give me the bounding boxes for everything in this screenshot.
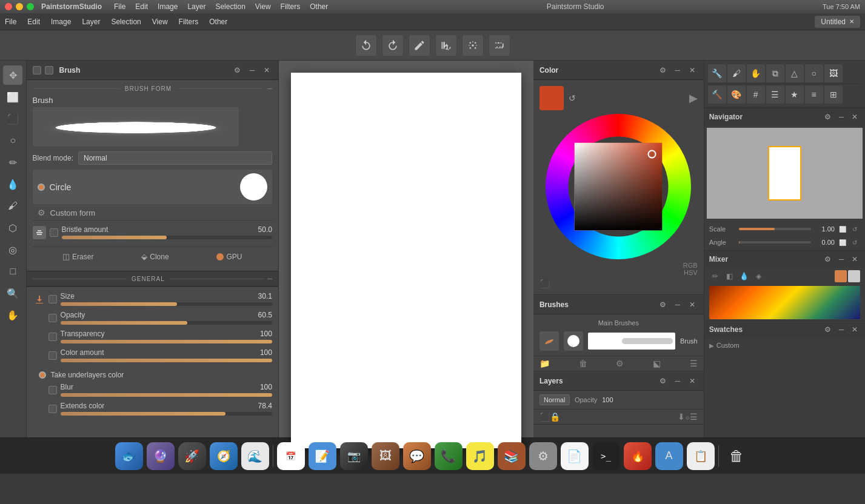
underlayer-radio[interactable] [39,371,46,379]
far-tool-hammer[interactable]: 🔨 [708,85,726,104]
tool-brush[interactable]: ✏ [3,153,22,172]
dock-reminders[interactable]: 📷 [340,442,368,470]
far-tool-image[interactable]: 🖼 [824,64,843,82]
brush-copy-icon[interactable]: ⬕ [653,359,661,368]
tool-eraser[interactable]: □ [3,262,22,281]
dock-texteditor[interactable]: 📋 [687,442,715,470]
layer-merge-icon[interactable]: ⬦ [685,412,690,422]
layer-blend-select[interactable]: Normal [539,394,570,405]
brush-delete-icon[interactable]: 🗑 [579,359,587,368]
brush-form-collapse[interactable]: ─ [267,85,272,92]
brush-item-1[interactable] [539,331,559,351]
titlebar-menus[interactable]: File Edit Image Layer Selection View Fil… [114,2,328,11]
flip-horizontal-button[interactable] [435,35,457,56]
menu-edit[interactable]: Edit [135,2,148,11]
layer-delete-icon[interactable]: ☰ [690,412,698,422]
menu-image-main[interactable]: Image [51,18,71,26]
bristle-checkbox[interactable] [50,228,58,237]
layer-new-icon[interactable]: ⬛ [539,412,550,422]
dock-siri[interactable]: 🔮 [147,442,175,470]
canvas-area[interactable] [279,61,533,437]
tool-eyedropper[interactable]: 💧 [3,174,22,194]
mixer-canvas[interactable] [709,286,860,319]
extends-checkbox[interactable] [48,405,57,413]
tool-lasso[interactable]: ○ [3,131,22,150]
dock-facetime[interactable]: 📞 [435,442,463,470]
brush-settings-icon[interactable]: ⚙ [232,65,243,76]
dock-rocket[interactable]: 🚀 [178,442,206,470]
menu-selection[interactable]: Selection [215,2,245,11]
pen-tool-button[interactable] [409,35,430,56]
drawing-canvas[interactable] [291,73,521,448]
mixer-fill-icon[interactable]: ◧ [724,270,736,282]
clone-mode[interactable]: ⬙ Clone [141,252,169,261]
size-slider-track[interactable] [61,302,272,306]
far-tool-wrench[interactable]: 🔧 [708,64,726,82]
dock-books[interactable]: 📚 [498,442,526,470]
color-reset-icon[interactable]: ↺ [569,93,576,103]
menu-view[interactable]: View [255,2,271,11]
angle-slider-track[interactable] [739,241,811,244]
brushes-close-icon[interactable]: ✕ [687,299,698,310]
brush-close-icon[interactable]: ✕ [261,65,272,76]
far-tool-star[interactable]: ★ [786,85,804,104]
far-tool-palette[interactable]: 🎨 [727,85,746,104]
far-tool-brush[interactable]: 🖌 [727,64,746,82]
navigator-close-icon[interactable]: ✕ [849,111,860,122]
far-tool-list[interactable]: ☰ [766,85,784,104]
far-tool-grid[interactable]: # [747,85,765,104]
eraser-mode[interactable]: ◫ Eraser [62,252,93,261]
menu-file[interactable]: File [114,2,125,11]
rgb-label[interactable]: RGB [683,262,698,269]
gpu-mode[interactable]: GPU [216,253,242,261]
brushes-minimize-icon[interactable]: ─ [672,299,683,310]
tool-select[interactable]: ⬛ [3,109,22,128]
menu-image[interactable]: Image [158,2,178,11]
swatches-close-icon[interactable]: ✕ [849,324,860,335]
dock-appstore[interactable]: A [655,442,683,470]
far-tool-layers[interactable]: ⧉ [766,64,784,82]
dock-trash[interactable]: 🗑 [723,442,750,470]
mixer-pencil-icon[interactable]: ✏ [709,270,721,282]
dock-safari[interactable]: 🧭 [210,442,238,470]
dock-notes-app[interactable]: 📝 [309,442,336,470]
menu-other-main[interactable]: Other [209,18,227,26]
menu-view-main[interactable]: View [152,18,168,26]
tool-move[interactable]: ✥ [3,65,22,85]
tool-transform[interactable]: ⬜ [3,87,22,107]
brush-panel-close-icon[interactable] [33,66,41,75]
transparency-checkbox[interactable] [48,333,57,341]
bristle-slider-track[interactable] [62,236,272,239]
menu-file-main[interactable]: File [5,18,16,26]
scale-slider-track[interactable] [739,228,811,230]
hsv-label[interactable]: HSV [684,269,698,276]
opacity-slider-track[interactable] [61,321,272,325]
opacity-checkbox[interactable] [48,314,57,322]
color-amount-slider-track[interactable] [61,359,272,362]
mixer-close-icon[interactable]: ✕ [849,254,860,265]
far-tool-triangle[interactable]: △ [786,64,804,82]
layers-close-icon[interactable]: ✕ [687,376,698,386]
far-tool-list2[interactable]: ≡ [805,85,823,104]
layer-lock-icon[interactable]: 🔒 [550,412,560,422]
tool-paint[interactable]: 🖌 [3,196,22,216]
brush-folder-icon[interactable]: 📁 [539,359,550,368]
menu-layer[interactable]: Layer [187,2,205,11]
menu-layer-main[interactable]: Layer [82,18,100,26]
scale-fit-icon[interactable]: ⬜ [837,224,848,234]
dock-torchbrowser[interactable]: 🔥 [624,442,652,470]
dock-photos[interactable]: 🖼 [372,442,399,470]
brush-gear-icon[interactable]: ⚙ [616,359,624,368]
menu-filters[interactable]: Filters [281,2,301,11]
dock-music[interactable]: 🎵 [466,442,494,470]
far-tool-options[interactable]: ⊞ [824,85,843,104]
layer-merge-down-icon[interactable]: ⬇ [678,412,685,422]
layers-minimize-icon[interactable]: ─ [672,376,683,386]
mixer-swatch-2[interactable] [848,270,860,282]
close-button[interactable] [5,3,12,10]
navigator-settings-icon[interactable]: ⚙ [823,111,833,122]
mixer-eyedrop-icon[interactable]: 💧 [738,270,750,282]
maximize-button[interactable] [27,3,34,10]
swatches-custom-row[interactable]: ▶ Custom [709,342,860,349]
tool-zoom[interactable]: 🔍 [3,284,22,303]
